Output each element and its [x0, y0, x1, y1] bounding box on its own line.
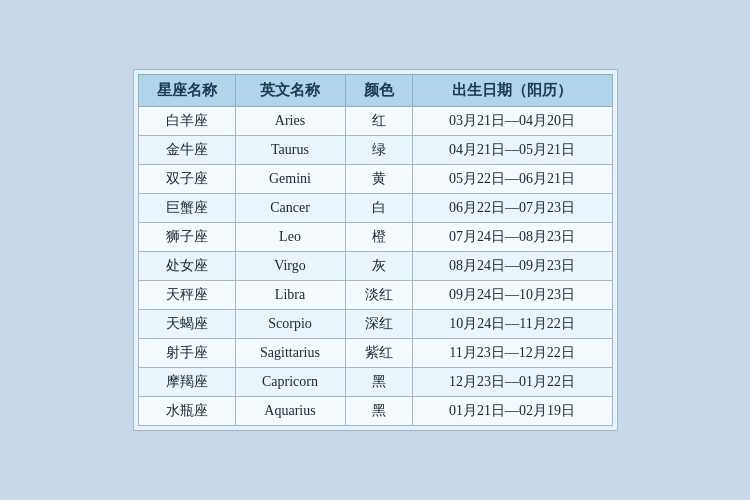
header-chinese: 星座名称 — [138, 75, 235, 107]
zodiac-table-container: 星座名称 英文名称 颜色 出生日期（阳历） 白羊座Aries红03月21日—04… — [133, 69, 618, 431]
cell-english: Aquarius — [235, 397, 345, 426]
cell-chinese: 巨蟹座 — [138, 194, 235, 223]
cell-color: 深红 — [345, 310, 412, 339]
table-row: 天蝎座Scorpio深红10月24日—11月22日 — [138, 310, 612, 339]
cell-date: 12月23日—01月22日 — [412, 368, 612, 397]
cell-english: Gemini — [235, 165, 345, 194]
cell-date: 11月23日—12月22日 — [412, 339, 612, 368]
table-body: 白羊座Aries红03月21日—04月20日金牛座Taurus绿04月21日—0… — [138, 107, 612, 426]
cell-chinese: 天蝎座 — [138, 310, 235, 339]
header-date: 出生日期（阳历） — [412, 75, 612, 107]
cell-english: Capricorn — [235, 368, 345, 397]
cell-color: 黑 — [345, 368, 412, 397]
table-row: 摩羯座Capricorn黑12月23日—01月22日 — [138, 368, 612, 397]
cell-english: Taurus — [235, 136, 345, 165]
cell-chinese: 白羊座 — [138, 107, 235, 136]
cell-date: 05月22日—06月21日 — [412, 165, 612, 194]
cell-english: Sagittarius — [235, 339, 345, 368]
table-row: 白羊座Aries红03月21日—04月20日 — [138, 107, 612, 136]
header-english: 英文名称 — [235, 75, 345, 107]
cell-chinese: 处女座 — [138, 252, 235, 281]
cell-date: 01月21日—02月19日 — [412, 397, 612, 426]
table-header-row: 星座名称 英文名称 颜色 出生日期（阳历） — [138, 75, 612, 107]
cell-color: 紫红 — [345, 339, 412, 368]
cell-chinese: 双子座 — [138, 165, 235, 194]
table-row: 处女座Virgo灰08月24日—09月23日 — [138, 252, 612, 281]
cell-color: 红 — [345, 107, 412, 136]
cell-chinese: 狮子座 — [138, 223, 235, 252]
cell-chinese: 摩羯座 — [138, 368, 235, 397]
table-row: 天秤座Libra淡红09月24日—10月23日 — [138, 281, 612, 310]
cell-chinese: 射手座 — [138, 339, 235, 368]
cell-english: Virgo — [235, 252, 345, 281]
table-row: 巨蟹座Cancer白06月22日—07月23日 — [138, 194, 612, 223]
table-row: 狮子座Leo橙07月24日—08月23日 — [138, 223, 612, 252]
cell-date: 04月21日—05月21日 — [412, 136, 612, 165]
cell-color: 黄 — [345, 165, 412, 194]
cell-color: 灰 — [345, 252, 412, 281]
cell-english: Libra — [235, 281, 345, 310]
cell-chinese: 金牛座 — [138, 136, 235, 165]
cell-english: Scorpio — [235, 310, 345, 339]
table-row: 射手座Sagittarius紫红11月23日—12月22日 — [138, 339, 612, 368]
cell-color: 白 — [345, 194, 412, 223]
zodiac-table: 星座名称 英文名称 颜色 出生日期（阳历） 白羊座Aries红03月21日—04… — [138, 74, 613, 426]
cell-color: 淡红 — [345, 281, 412, 310]
cell-english: Aries — [235, 107, 345, 136]
header-color: 颜色 — [345, 75, 412, 107]
table-row: 水瓶座Aquarius黑01月21日—02月19日 — [138, 397, 612, 426]
cell-date: 03月21日—04月20日 — [412, 107, 612, 136]
cell-english: Leo — [235, 223, 345, 252]
cell-color: 橙 — [345, 223, 412, 252]
cell-english: Cancer — [235, 194, 345, 223]
cell-date: 08月24日—09月23日 — [412, 252, 612, 281]
cell-date: 09月24日—10月23日 — [412, 281, 612, 310]
table-row: 金牛座Taurus绿04月21日—05月21日 — [138, 136, 612, 165]
cell-date: 10月24日—11月22日 — [412, 310, 612, 339]
cell-color: 黑 — [345, 397, 412, 426]
table-row: 双子座Gemini黄05月22日—06月21日 — [138, 165, 612, 194]
cell-chinese: 天秤座 — [138, 281, 235, 310]
cell-date: 07月24日—08月23日 — [412, 223, 612, 252]
cell-color: 绿 — [345, 136, 412, 165]
cell-chinese: 水瓶座 — [138, 397, 235, 426]
cell-date: 06月22日—07月23日 — [412, 194, 612, 223]
